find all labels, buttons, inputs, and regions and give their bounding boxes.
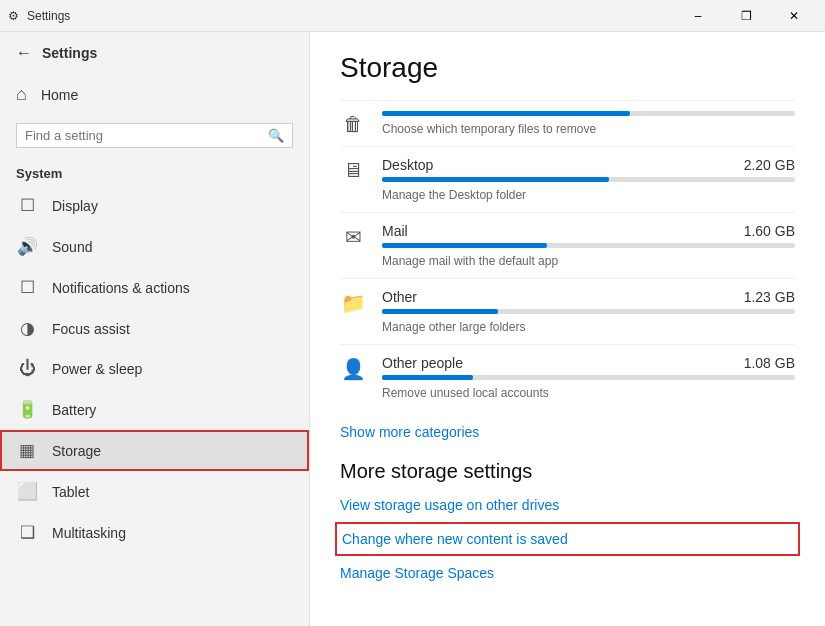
desktop-desc: Manage the Desktop folder: [382, 188, 526, 202]
show-more-categories-link[interactable]: Show more categories: [340, 424, 479, 440]
multitasking-icon: ❑: [16, 522, 38, 543]
other-icon: 📁: [340, 291, 366, 315]
temp-info: Choose which temporary files to remove: [382, 111, 795, 136]
sidebar-item-display[interactable]: ☐ Display: [0, 185, 309, 226]
title-bar-controls: – ❐ ✕: [675, 0, 817, 32]
title-bar-left: ⚙ Settings: [8, 9, 70, 23]
other-people-progress-fill: [382, 375, 473, 380]
minimize-button[interactable]: –: [675, 0, 721, 32]
sidebar-header: ← Settings: [0, 32, 309, 74]
desktop-progress-fill: [382, 177, 609, 182]
other-people-info: Other people 1.08 GB Remove unused local…: [382, 355, 795, 400]
other-people-desc: Remove unused local accounts: [382, 386, 549, 400]
multitasking-label: Multitasking: [52, 525, 126, 541]
other-people-icon: 👤: [340, 357, 366, 381]
storage-items-list: 🗑 Choose which temporary files to remove…: [340, 100, 795, 410]
battery-label: Battery: [52, 402, 96, 418]
desktop-icon: 🖥: [340, 159, 366, 182]
notifications-icon: ☐: [16, 277, 38, 298]
focus-assist-label: Focus assist: [52, 321, 130, 337]
tablet-icon: ⬜: [16, 481, 38, 502]
more-settings-title: More storage settings: [340, 460, 795, 483]
other-info: Other 1.23 GB Manage other large folders: [382, 289, 795, 334]
other-people-size: 1.08 GB: [744, 355, 795, 371]
maximize-button[interactable]: ❐: [723, 0, 769, 32]
storage-item-temp[interactable]: 🗑 Choose which temporary files to remove: [340, 100, 795, 146]
other-desc: Manage other large folders: [382, 320, 525, 334]
sidebar-item-power-sleep[interactable]: ⏻ Power & sleep: [0, 349, 309, 389]
sidebar-item-focus-assist[interactable]: ◑ Focus assist: [0, 308, 309, 349]
app-body: ← Settings ⌂ Home 🔍 System ☐ Display 🔊 S…: [0, 32, 825, 626]
battery-icon: 🔋: [16, 399, 38, 420]
storage-icon: ▦: [16, 440, 38, 461]
storage-item-mail[interactable]: ✉ Mail 1.60 GB Manage mail with the defa…: [340, 212, 795, 278]
app-title: Settings: [27, 9, 70, 23]
page-title: Storage: [340, 52, 795, 84]
mail-progress-bg: [382, 243, 795, 248]
focus-assist-icon: ◑: [16, 318, 38, 339]
temp-desc: Choose which temporary files to remove: [382, 122, 596, 136]
temp-icon: 🗑: [340, 113, 366, 136]
sidebar-items-list: ☐ Display 🔊 Sound ☐ Notifications & acti…: [0, 185, 309, 553]
search-icon: 🔍: [268, 128, 284, 143]
temp-progress-bg: [382, 111, 795, 116]
search-input[interactable]: [25, 128, 268, 143]
settings-icon: ⚙: [8, 9, 19, 23]
mail-name: Mail: [382, 223, 408, 239]
close-button[interactable]: ✕: [771, 0, 817, 32]
change-content-link[interactable]: Change where new content is saved: [340, 527, 795, 551]
sidebar-item-tablet[interactable]: ⬜ Tablet: [0, 471, 309, 512]
home-icon: ⌂: [16, 84, 27, 105]
sidebar-item-multitasking[interactable]: ❑ Multitasking: [0, 512, 309, 553]
temp-progress-fill: [382, 111, 630, 116]
mail-icon: ✉: [340, 225, 366, 249]
title-bar: ⚙ Settings – ❐ ✕: [0, 0, 825, 32]
mail-size: 1.60 GB: [744, 223, 795, 239]
mail-desc: Manage mail with the default app: [382, 254, 558, 268]
view-storage-link[interactable]: View storage usage on other drives: [340, 497, 795, 513]
manage-spaces-link[interactable]: Manage Storage Spaces: [340, 565, 795, 581]
sidebar-item-home[interactable]: ⌂ Home: [0, 74, 309, 115]
desktop-progress-bg: [382, 177, 795, 182]
sound-icon: 🔊: [16, 236, 38, 257]
storage-item-other[interactable]: 📁 Other 1.23 GB Manage other large folde…: [340, 278, 795, 344]
other-size: 1.23 GB: [744, 289, 795, 305]
storage-label: Storage: [52, 443, 101, 459]
other-progress-bg: [382, 309, 795, 314]
display-label: Display: [52, 198, 98, 214]
system-section-title: System: [0, 156, 309, 185]
notifications-label: Notifications & actions: [52, 280, 190, 296]
storage-item-other-people[interactable]: 👤 Other people 1.08 GB Remove unused loc…: [340, 344, 795, 410]
power-sleep-label: Power & sleep: [52, 361, 142, 377]
power-sleep-icon: ⏻: [16, 359, 38, 379]
other-progress-fill: [382, 309, 498, 314]
other-people-progress-bg: [382, 375, 795, 380]
home-label: Home: [41, 87, 78, 103]
display-icon: ☐: [16, 195, 38, 216]
mail-progress-fill: [382, 243, 547, 248]
sidebar-item-notifications[interactable]: ☐ Notifications & actions: [0, 267, 309, 308]
sidebar-item-sound[interactable]: 🔊 Sound: [0, 226, 309, 267]
desktop-size: 2.20 GB: [744, 157, 795, 173]
sound-label: Sound: [52, 239, 92, 255]
more-settings-links: View storage usage on other drivesChange…: [340, 497, 795, 581]
sidebar-item-storage[interactable]: ▦ Storage: [0, 430, 309, 471]
sidebar: ← Settings ⌂ Home 🔍 System ☐ Display 🔊 S…: [0, 32, 310, 626]
back-button[interactable]: ←: [16, 44, 32, 62]
desktop-name: Desktop: [382, 157, 433, 173]
desktop-info: Desktop 2.20 GB Manage the Desktop folde…: [382, 157, 795, 202]
sidebar-item-battery[interactable]: 🔋 Battery: [0, 389, 309, 430]
storage-item-desktop[interactable]: 🖥 Desktop 2.20 GB Manage the Desktop fol…: [340, 146, 795, 212]
search-box[interactable]: 🔍: [16, 123, 293, 148]
other-name: Other: [382, 289, 417, 305]
tablet-label: Tablet: [52, 484, 89, 500]
sidebar-app-title: Settings: [42, 45, 97, 61]
mail-info: Mail 1.60 GB Manage mail with the defaul…: [382, 223, 795, 268]
main-content: Storage 🗑 Choose which temporary files t…: [310, 32, 825, 626]
other-people-name: Other people: [382, 355, 463, 371]
